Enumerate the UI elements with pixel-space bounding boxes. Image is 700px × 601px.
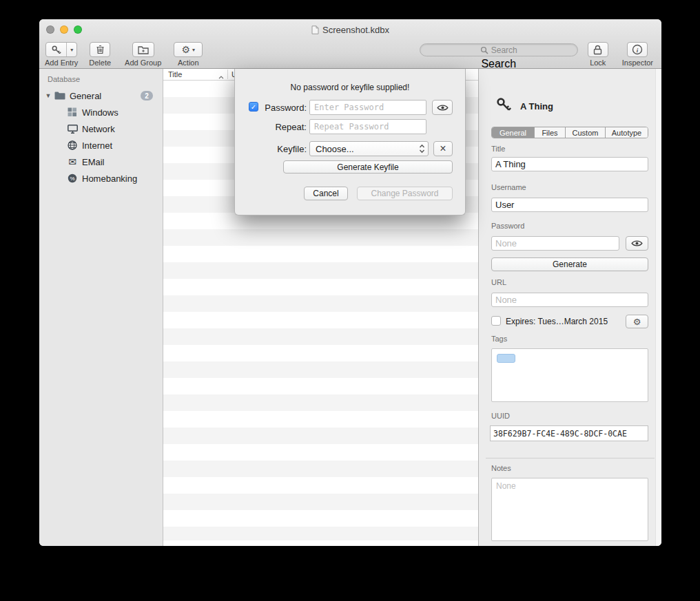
sidebar-item-windows[interactable]: Windows bbox=[39, 104, 163, 120]
inspector-tabs: General Files Custom Autotype bbox=[491, 127, 648, 138]
expires-label: Expires: Tues…March 2015 bbox=[506, 317, 608, 326]
expires-checkbox[interactable] bbox=[491, 316, 501, 326]
inspector-button[interactable]: i bbox=[627, 42, 648, 57]
close-x-icon: × bbox=[440, 143, 446, 154]
inspector-toolbar-item: i Inspector bbox=[622, 42, 653, 67]
sidebar-item-network[interactable]: Network bbox=[39, 120, 163, 137]
eye-icon bbox=[631, 240, 643, 247]
delete-button[interactable] bbox=[90, 42, 110, 57]
column-header-title[interactable]: Title bbox=[168, 70, 182, 78]
username-field-label: Username bbox=[491, 183, 526, 191]
banking-icon: % bbox=[65, 173, 79, 183]
sidebar-item-email[interactable]: ✉ EMail bbox=[39, 154, 163, 170]
cancel-button[interactable]: Cancel bbox=[304, 187, 348, 200]
toolbar: ▾ Add Entry Delete Add Group ⚙ ▾ bbox=[39, 40, 661, 69]
password-input[interactable] bbox=[309, 100, 426, 115]
sidebar-section-header: Database bbox=[39, 69, 163, 87]
add-group-button[interactable] bbox=[132, 42, 154, 57]
password-field-label: Password bbox=[491, 222, 524, 230]
title-input[interactable] bbox=[491, 157, 648, 171]
add-entry-label: Add Entry bbox=[45, 59, 78, 67]
username-input[interactable] bbox=[491, 198, 648, 212]
column-divider[interactable] bbox=[227, 70, 228, 79]
tab-autotype[interactable]: Autotype bbox=[606, 127, 648, 138]
app-window: Screenshot.kdbx ▾ Add Entry Delete bbox=[39, 19, 661, 546]
eye-icon bbox=[437, 104, 449, 112]
clear-keyfile-button[interactable]: × bbox=[433, 141, 453, 156]
title-field-label: Title bbox=[491, 145, 505, 153]
inspector-panel: A Thing General Files Custom Autotype Ti… bbox=[479, 69, 661, 546]
add-entry-dropdown-arrow[interactable]: ▾ bbox=[66, 43, 76, 56]
svg-text:%: % bbox=[70, 176, 74, 182]
window-title: Screenshot.kdbx bbox=[322, 25, 389, 35]
sidebar-item-internet[interactable]: Internet bbox=[39, 137, 163, 154]
sidebar-item-general[interactable]: ▼ General 2 bbox=[39, 87, 163, 104]
sort-ascending-icon bbox=[218, 72, 224, 81]
notes-textarea[interactable] bbox=[491, 478, 648, 541]
sidebar-item-homebanking[interactable]: % Homebanking bbox=[39, 170, 163, 187]
keyfile-label: Keyfile: bbox=[235, 144, 307, 154]
keyfile-popup-button[interactable]: Choose... bbox=[309, 141, 429, 156]
entry-key-icon bbox=[495, 96, 512, 114]
gear-icon: ⚙ bbox=[633, 317, 641, 326]
action-label: Action bbox=[178, 59, 199, 67]
uuid-label: UUID bbox=[491, 412, 510, 420]
tab-custom[interactable]: Custom bbox=[566, 127, 606, 138]
inspector-scrollbar[interactable] bbox=[655, 69, 661, 546]
action-button[interactable]: ⚙ ▾ bbox=[174, 42, 203, 57]
url-input[interactable] bbox=[491, 293, 648, 307]
sidebar: Database ▼ General 2 Windows Network bbox=[39, 69, 163, 546]
uuid-field[interactable] bbox=[490, 425, 648, 441]
inspector-entry-title: A Thing bbox=[520, 101, 553, 112]
inspector-label: Inspector bbox=[622, 59, 653, 67]
lock-button[interactable] bbox=[588, 42, 608, 57]
search-toolbar-item: Search Search bbox=[420, 42, 578, 70]
sidebar-item-label: Homebanking bbox=[82, 173, 137, 184]
disclosure-triangle-icon[interactable]: ▼ bbox=[43, 92, 53, 99]
repeat-password-input[interactable] bbox=[309, 119, 426, 134]
tag-chip[interactable] bbox=[497, 354, 515, 363]
inspector-password-input[interactable] bbox=[491, 236, 619, 251]
chevron-down-icon: ▾ bbox=[192, 47, 195, 53]
repeat-label: Repeat: bbox=[235, 122, 307, 132]
sidebar-item-label: Internet bbox=[82, 140, 112, 151]
change-password-button[interactable]: Change Password bbox=[357, 187, 453, 200]
stepper-arrows-icon bbox=[419, 144, 425, 154]
inspector-reveal-password-button[interactable] bbox=[626, 236, 648, 251]
search-input[interactable]: Search bbox=[420, 43, 578, 56]
action-toolbar-item: ⚙ ▾ Action bbox=[174, 42, 203, 67]
expires-settings-button[interactable]: ⚙ bbox=[626, 315, 648, 328]
change-password-dialog: No password or keyfile supplied! ✓ Passw… bbox=[234, 69, 466, 215]
tags-label: Tags bbox=[491, 335, 507, 343]
globe-icon bbox=[65, 140, 79, 150]
search-icon bbox=[480, 46, 488, 54]
add-entry-button[interactable]: ▾ bbox=[45, 42, 77, 57]
key-plus-icon bbox=[46, 43, 66, 56]
reveal-password-button[interactable] bbox=[432, 100, 453, 115]
password-label: Password: bbox=[235, 103, 307, 113]
svg-text:i: i bbox=[637, 47, 639, 54]
delete-label: Delete bbox=[89, 59, 111, 67]
window-title-bar: Screenshot.kdbx bbox=[39, 25, 661, 35]
sidebar-item-label: EMail bbox=[82, 157, 105, 167]
add-entry-toolbar-item: ▾ Add Entry bbox=[45, 42, 78, 67]
gear-icon: ⚙ bbox=[182, 45, 191, 54]
windows-icon bbox=[65, 107, 79, 117]
url-field-label: URL bbox=[491, 278, 506, 286]
generate-password-button[interactable]: Generate bbox=[491, 257, 648, 271]
inspector-divider bbox=[486, 458, 655, 458]
add-group-toolbar-item: Add Group bbox=[125, 42, 161, 67]
tab-general[interactable]: General bbox=[492, 127, 535, 138]
add-group-label: Add Group bbox=[125, 59, 161, 67]
trash-icon bbox=[96, 45, 105, 54]
info-icon: i bbox=[632, 44, 643, 55]
tags-box[interactable] bbox=[491, 348, 648, 402]
dialog-message: No password or keyfile supplied! bbox=[235, 83, 465, 92]
delete-toolbar-item: Delete bbox=[89, 42, 111, 67]
lock-toolbar-item: Lock bbox=[588, 42, 608, 67]
notes-label: Notes bbox=[491, 464, 511, 472]
sidebar-item-label: Windows bbox=[82, 107, 119, 118]
tab-files[interactable]: Files bbox=[535, 127, 566, 138]
entry-list-scroll-area bbox=[163, 540, 478, 546]
generate-keyfile-button[interactable]: Generate Keyfile bbox=[283, 160, 453, 173]
